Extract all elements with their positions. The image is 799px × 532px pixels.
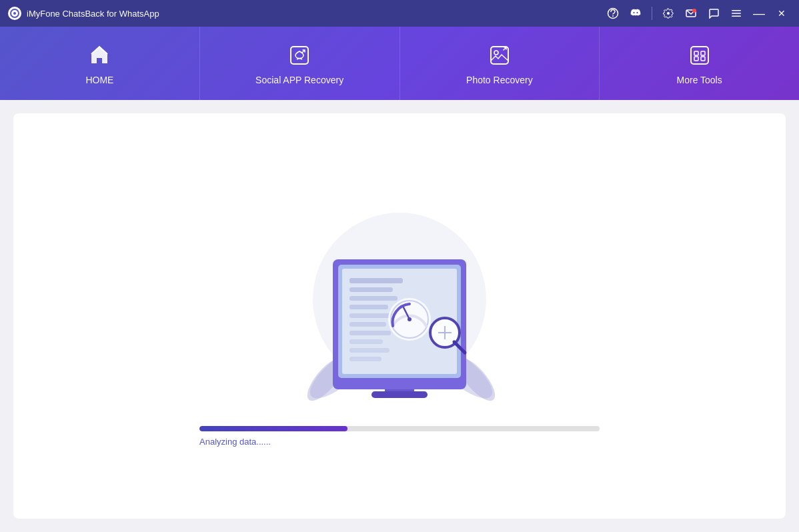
svg-rect-12 [691,47,708,64]
progress-bar-fill [199,426,347,431]
svg-rect-30 [349,305,388,309]
progress-label: Analyzing data...... [199,437,271,447]
nav-item-home[interactable]: HOME [0,27,200,100]
svg-rect-9 [291,47,308,64]
separator [652,7,652,20]
svg-rect-16 [701,57,705,61]
social-recovery-icon [285,41,313,69]
svg-point-40 [408,317,412,321]
app-title: iMyFone ChatsBack for WhatsApp [27,9,159,19]
svg-point-3 [612,15,614,17]
svg-rect-34 [349,339,383,344]
svg-rect-35 [349,348,389,353]
progress-label-highlighted: Analyzing [199,437,237,447]
mail-icon[interactable] [682,4,700,23]
svg-rect-29 [349,296,397,301]
nav-more-label: More Tools [677,75,722,85]
nav-item-social[interactable]: Social APP Recovery [200,27,400,100]
svg-rect-36 [349,357,381,361]
nav-social-label: Social APP Recovery [255,75,343,85]
chat-icon[interactable] [704,4,723,23]
navbar: HOME Social APP Recovery Photo Recovery [0,27,799,100]
progress-bar-background [199,426,600,431]
svg-rect-33 [349,331,391,335]
main-content: Analyzing data...... [0,100,799,532]
svg-point-1 [13,12,16,15]
svg-rect-27 [349,278,403,283]
content-card: Analyzing data...... [13,113,786,519]
more-tools-icon [686,41,714,69]
svg-rect-14 [701,51,705,55]
photo-recovery-icon [486,41,514,69]
svg-rect-28 [349,287,393,292]
support-icon[interactable] [604,4,622,23]
minimize-button[interactable]: — [750,4,768,23]
nav-home-label: HOME [85,75,113,85]
nav-photo-label: Photo Recovery [466,75,533,85]
gear-icon[interactable] [659,4,678,23]
titlebar-right: — ✕ [604,4,791,23]
svg-rect-32 [349,322,386,327]
svg-point-11 [494,51,498,55]
svg-rect-31 [349,313,395,318]
svg-rect-13 [694,51,698,55]
svg-rect-15 [694,57,698,61]
app-logo [8,7,21,20]
svg-rect-10 [491,47,508,64]
titlebar: iMyFone ChatsBack for WhatsApp [0,0,799,27]
close-button[interactable]: ✕ [772,4,791,23]
progress-label-rest: data...... [237,437,271,447]
titlebar-left: iMyFone ChatsBack for WhatsApp [8,7,159,20]
svg-rect-23 [371,391,428,398]
svg-rect-7 [732,13,741,14]
nav-item-more[interactable]: More Tools [600,27,799,100]
progress-container: Analyzing data...... [199,426,600,447]
illustration [273,186,526,406]
svg-rect-6 [732,10,741,11]
svg-point-5 [692,9,696,13]
svg-rect-8 [732,16,741,17]
home-icon [85,41,113,69]
discord-icon[interactable] [626,4,645,23]
nav-item-photo[interactable]: Photo Recovery [400,27,600,100]
menu-icon[interactable] [727,4,746,23]
